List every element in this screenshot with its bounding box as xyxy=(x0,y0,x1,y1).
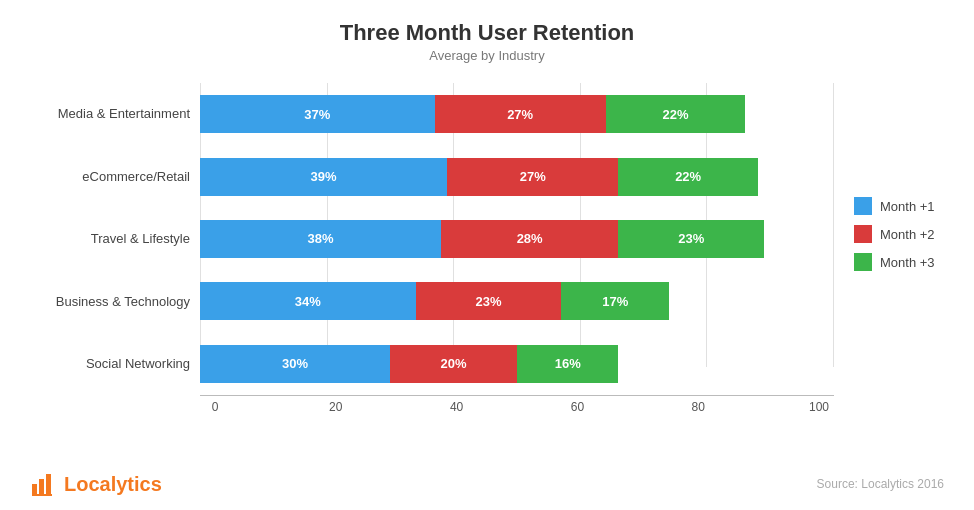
bar-segment-month-+1: 30% xyxy=(200,345,390,383)
source-text: Source: Localytics 2016 xyxy=(817,477,944,491)
bar-segment-month-+1: 38% xyxy=(200,220,441,258)
legend-label: Month +1 xyxy=(880,199,935,214)
y-label: Media & Entertainment xyxy=(30,106,190,122)
bar-segment-month-+2: 27% xyxy=(447,158,618,196)
svg-rect-0 xyxy=(32,484,37,494)
x-label: 20 xyxy=(321,400,351,414)
logo-area: Localytics xyxy=(30,470,162,498)
x-label: 40 xyxy=(442,400,472,414)
bar-segment-month-+2: 23% xyxy=(416,282,562,320)
bar-segment-month-+3: 17% xyxy=(561,282,669,320)
legend-color-box xyxy=(854,253,872,271)
bar-segment-month-+3: 16% xyxy=(517,345,618,383)
legend-item: Month +2 xyxy=(854,225,935,243)
svg-rect-3 xyxy=(32,494,52,496)
footer: Localytics Source: Localytics 2016 xyxy=(30,470,944,498)
chart-subtitle: Average by Industry xyxy=(30,48,944,63)
logo-text: Localytics xyxy=(64,473,162,496)
legend-label: Month +3 xyxy=(880,255,935,270)
chart-body: Media & EntertainmenteCommerce/RetailTra… xyxy=(30,83,944,423)
legend: Month +1Month +2Month +3 xyxy=(834,83,944,423)
bar-segment-month-+3: 23% xyxy=(618,220,764,258)
bar-row: 30%20%16% xyxy=(200,345,834,383)
x-label: 0 xyxy=(200,400,230,414)
x-label: 80 xyxy=(683,400,713,414)
chart-title: Three Month User Retention xyxy=(30,20,944,46)
x-label: 100 xyxy=(804,400,834,414)
bar-segment-month-+3: 22% xyxy=(618,158,757,196)
y-label: Business & Technology xyxy=(30,294,190,310)
bars-area: 37%27%22%39%27%22%38%28%23%34%23%17%30%2… xyxy=(200,83,834,395)
bar-row: 39%27%22% xyxy=(200,158,834,196)
legend-item: Month +3 xyxy=(854,253,935,271)
chart-area: 37%27%22%39%27%22%38%28%23%34%23%17%30%2… xyxy=(200,83,834,423)
bar-row: 38%28%23% xyxy=(200,220,834,258)
y-axis-labels: Media & EntertainmenteCommerce/RetailTra… xyxy=(30,83,200,423)
bar-row: 37%27%22% xyxy=(200,95,834,133)
chart-container: Three Month User Retention Average by In… xyxy=(0,0,974,510)
legend-item: Month +1 xyxy=(854,197,935,215)
bar-segment-month-+2: 20% xyxy=(390,345,517,383)
legend-label: Month +2 xyxy=(880,227,935,242)
y-label: Social Networking xyxy=(30,356,190,372)
bar-segment-month-+1: 39% xyxy=(200,158,447,196)
x-axis: 020406080100 xyxy=(200,395,834,423)
bar-segment-month-+2: 27% xyxy=(435,95,606,133)
legend-color-box xyxy=(854,197,872,215)
legend-color-box xyxy=(854,225,872,243)
bar-segment-month-+2: 28% xyxy=(441,220,619,258)
bar-segment-month-+1: 34% xyxy=(200,282,416,320)
logo-icon xyxy=(30,470,58,498)
x-label: 60 xyxy=(562,400,592,414)
bar-segment-month-+3: 22% xyxy=(606,95,745,133)
bar-row: 34%23%17% xyxy=(200,282,834,320)
svg-rect-1 xyxy=(39,479,44,494)
bar-segment-month-+1: 37% xyxy=(200,95,435,133)
y-label: eCommerce/Retail xyxy=(30,169,190,185)
y-label: Travel & Lifestyle xyxy=(30,231,190,247)
svg-rect-2 xyxy=(46,474,51,494)
